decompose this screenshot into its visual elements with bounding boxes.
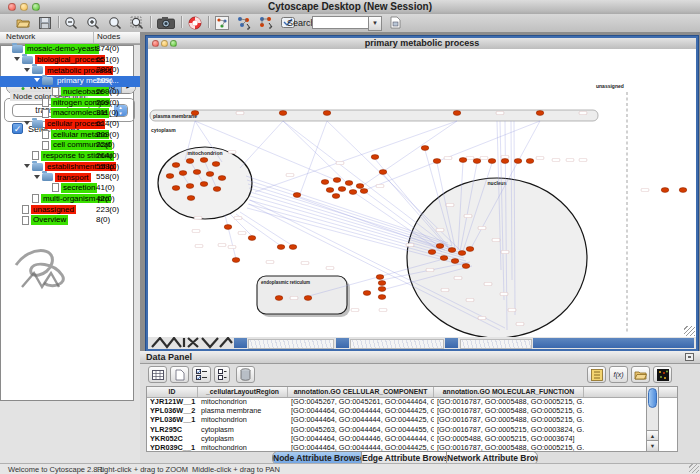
network-node[interactable]: [279, 111, 287, 116]
table-cell[interactable]: [GO:0005488, GO:0005215, GO:0003674]: [434, 434, 584, 443]
window-resize-grip[interactable]: [689, 464, 699, 473]
zoom-fit-icon[interactable]: [128, 15, 146, 30]
tree-row[interactable]: macromolecule311(0): [0, 108, 134, 119]
attribute-grid-icon[interactable]: [148, 366, 167, 383]
network-node[interactable]: [501, 159, 509, 164]
network-node[interactable]: [448, 248, 456, 253]
tree-row[interactable]: nucleobase-209(0): [0, 87, 134, 98]
tree-row[interactable]: unassigned223(0): [0, 205, 134, 216]
tree-row[interactable]: biological_process651(0): [0, 55, 134, 66]
network-node[interactable]: [187, 196, 195, 201]
network-node[interactable]: [200, 158, 208, 163]
network-node[interactable]: [440, 256, 448, 261]
layout-a-icon[interactable]: [235, 15, 253, 30]
network-node[interactable]: [224, 225, 232, 230]
network-node[interactable]: [363, 291, 371, 296]
network-canvas[interactable]: plasma membranecytoplasmmitochondrionnuc…: [148, 49, 696, 337]
expand-arrow-icon[interactable]: [24, 68, 30, 72]
network-node[interactable]: [333, 178, 341, 183]
network-node[interactable]: [661, 188, 669, 193]
table-cell[interactable]: cytoplasm: [198, 425, 288, 434]
network-node[interactable]: [191, 111, 199, 116]
table-cell[interactable]: [GO:0016787, GO:0005488, GO:0005215, G..…: [434, 406, 584, 415]
network-node[interactable]: [428, 250, 436, 255]
tree-row[interactable]: cellular process614(0): [0, 119, 134, 130]
table-cell[interactable]: mitochondrion: [198, 415, 288, 424]
table-cell[interactable]: [GO:0016787, GO:0005488, GO:0005215, G..…: [434, 397, 584, 406]
search-dropdown-icon[interactable]: ▼: [368, 16, 382, 31]
search-input[interactable]: [312, 16, 370, 29]
network-node[interactable]: [360, 189, 368, 194]
network-node[interactable]: [326, 188, 334, 193]
network-view-frame[interactable]: primary metabolic process plasma membran…: [146, 36, 698, 351]
network-node[interactable]: [378, 281, 386, 286]
snapshot-icon[interactable]: [155, 15, 177, 30]
save-session-icon[interactable]: [36, 15, 54, 30]
table-cell[interactable]: cytoplasm: [198, 434, 288, 443]
tree-row[interactable]: cellular metabo209(0): [0, 130, 134, 141]
table-cell[interactable]: plasma membrane: [198, 406, 288, 415]
tree-row[interactable]: cell communicat22(0): [0, 140, 134, 151]
expand-arrow-icon[interactable]: [24, 121, 30, 125]
network-node[interactable]: [277, 245, 285, 250]
zoom-in-icon[interactable]: [84, 15, 102, 30]
network-node[interactable]: [304, 296, 312, 301]
tree-row[interactable]: metabolic process280(0): [0, 65, 134, 76]
frame-resize-grip[interactable]: [684, 326, 695, 336]
network-node[interactable]: [218, 176, 226, 181]
select-attributes-icon[interactable]: [192, 366, 211, 383]
network-node[interactable]: [433, 159, 441, 164]
scroll-down-icon[interactable]: ▼: [647, 440, 658, 451]
network-node[interactable]: [462, 264, 470, 269]
network-node[interactable]: [473, 159, 481, 164]
network-node[interactable]: [466, 247, 474, 252]
table-cell[interactable]: YLR295C: [147, 425, 198, 434]
table-cell[interactable]: YDR039C__1: [147, 443, 198, 452]
table-cell[interactable]: mitochondrion: [198, 397, 288, 406]
table-column-header[interactable]: _cellularLayoutRegion: [198, 387, 288, 397]
expand-arrow-icon[interactable]: [34, 78, 40, 82]
table-cell[interactable]: [GO:0016787, GO:0005488, GO:0005215, G..…: [434, 415, 584, 424]
attribute-matrix-icon[interactable]: [653, 366, 672, 383]
network-node[interactable]: [332, 194, 340, 199]
table-cell[interactable]: [GO:0044464, GO:0044444, GO:0044425, G..…: [288, 406, 434, 415]
tree-row[interactable]: mosaic-demo-yeast874(0): [0, 45, 134, 55]
network-node[interactable]: [376, 275, 384, 280]
network-node[interactable]: [323, 111, 331, 116]
network-node[interactable]: [248, 236, 256, 241]
open-session-icon[interactable]: [14, 15, 32, 30]
network-node[interactable]: [379, 170, 387, 175]
network-node[interactable]: [172, 163, 180, 168]
network-node[interactable]: [378, 295, 386, 300]
network-node[interactable]: [356, 184, 364, 189]
zoom-selected-icon[interactable]: [106, 15, 124, 30]
network-node[interactable]: [206, 172, 214, 177]
tree-row[interactable]: establishment of lo558(0): [0, 162, 134, 173]
table-column-header[interactable]: annotation.GO CELLULAR_COMPONENT: [288, 387, 434, 397]
table-cell[interactable]: YPL036W__2: [147, 406, 198, 415]
network-node[interactable]: [289, 245, 297, 250]
network-node[interactable]: [514, 159, 522, 164]
network-node[interactable]: [338, 187, 346, 192]
network-node[interactable]: [458, 251, 466, 256]
network-node[interactable]: [321, 180, 329, 185]
network-node[interactable]: [349, 190, 357, 195]
tree-row[interactable]: secretion41(0): [0, 183, 134, 194]
expand-arrow-icon[interactable]: [24, 164, 30, 168]
network-node[interactable]: [213, 187, 221, 192]
table-cell[interactable]: YKR052C: [147, 434, 198, 443]
network-node[interactable]: [293, 193, 301, 198]
tree-row[interactable]: primary metabo209(...: [0, 76, 134, 87]
network-node[interactable]: [200, 182, 208, 187]
network-node[interactable]: [421, 146, 429, 151]
network-box-icon[interactable]: [213, 15, 231, 30]
table-cell[interactable]: YPL036W__1: [147, 415, 198, 424]
attribute-batch-icon[interactable]: [587, 366, 606, 383]
delete-attribute-icon[interactable]: [236, 366, 255, 383]
table-column-header[interactable]: annotation.GO MOLECULAR_FUNCTION: [434, 387, 584, 397]
table-cell[interactable]: [GO:0044464, GO:0044446, GO:0044444, G..…: [288, 434, 434, 443]
attribute-table[interactable]: ID_cellularLayoutRegionannotation.GO CEL…: [146, 386, 678, 452]
network-node[interactable]: [172, 186, 180, 191]
network-node[interactable]: [166, 174, 174, 179]
tree-row[interactable]: response to stimulu264(0): [0, 151, 134, 162]
